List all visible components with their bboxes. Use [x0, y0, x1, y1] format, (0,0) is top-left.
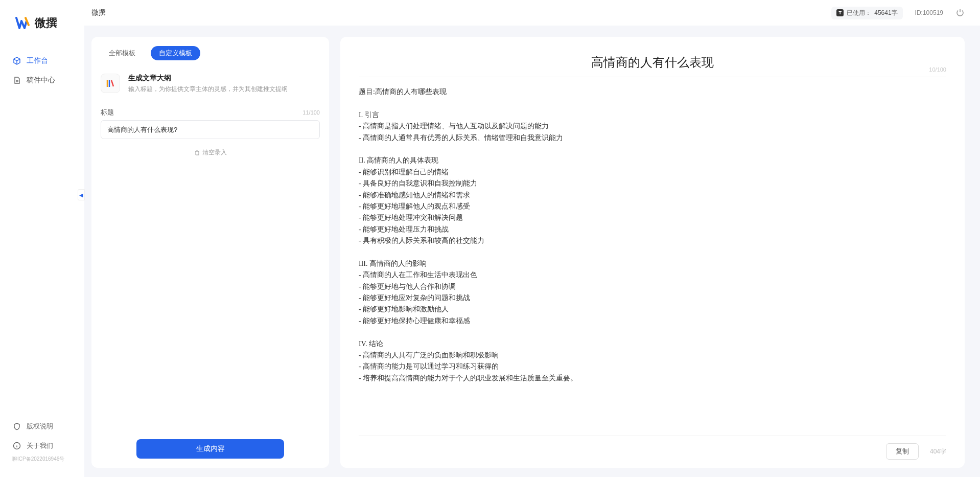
content: 全部模板 自定义模板 生成文章大纲 输入标题，为你提供文章主体的灵感，并为其创建…	[84, 26, 980, 477]
user-id: ID:100519	[915, 9, 943, 16]
template-desc: 输入标题，为你提供文章主体的灵感，并为其创建推文提纲	[128, 85, 288, 94]
form-area: 标题 11/100 清空录入 生成内容	[91, 103, 329, 459]
usage-badge[interactable]: T 已使用： 45641字	[831, 7, 902, 19]
clear-input-button[interactable]: 清空录入	[194, 148, 227, 157]
template-title: 生成文章大纲	[128, 74, 288, 83]
logo-icon	[15, 16, 31, 30]
template-card: 生成文章大纲 输入标题，为你提供文章主体的灵感，并为其创建推文提纲	[91, 69, 329, 103]
tab-custom-templates[interactable]: 自定义模板	[151, 46, 200, 60]
sidebar-item-copyright[interactable]: 版权说明	[0, 417, 84, 436]
info-icon	[12, 441, 21, 450]
main-nav: 工作台 稿件中心	[0, 51, 84, 417]
document-icon	[12, 76, 21, 85]
clear-label: 清空录入	[202, 148, 227, 157]
sidebar-item-label: 关于我们	[27, 441, 53, 450]
title-char-counter: 10/100	[929, 66, 946, 73]
sidebar-item-about[interactable]: 关于我们	[0, 436, 84, 456]
topbar: 微撰 T 已使用： 45641字 ID:100519	[84, 0, 980, 26]
logo: 微撰	[0, 15, 84, 51]
app-root: 微撰 工作台 稿件中心	[0, 0, 980, 477]
form-label-row: 标题 11/100	[101, 108, 320, 117]
sidebar-item-drafts[interactable]: 稿件中心	[0, 71, 84, 90]
template-info: 生成文章大纲 输入标题，为你提供文章主体的灵感，并为其创建推文提纲	[128, 74, 288, 94]
trash-icon	[194, 150, 200, 156]
result-title: 高情商的人有什么表现	[591, 56, 714, 69]
sidebar-collapse-button[interactable]: ◀	[78, 189, 85, 200]
left-panel: 全部模板 自定义模板 生成文章大纲 输入标题，为你提供文章主体的灵感，并为其创建…	[91, 37, 329, 468]
usage-value: 45641字	[874, 9, 897, 17]
tab-all-templates[interactable]: 全部模板	[101, 46, 144, 60]
sidebar-item-label: 稿件中心	[27, 76, 55, 85]
chevron-left-icon: ◀	[79, 192, 83, 198]
main-area: 微撰 T 已使用： 45641字 ID:100519 全部模板 自定义模板	[84, 0, 980, 477]
shield-icon	[12, 422, 21, 431]
sidebar-item-workspace[interactable]: 工作台	[0, 51, 84, 71]
cube-icon	[12, 56, 21, 65]
result-footer: 复制 404字	[359, 436, 946, 460]
template-tabs: 全部模板 自定义模板	[91, 46, 329, 69]
template-icon	[101, 74, 120, 93]
power-icon[interactable]	[955, 8, 965, 17]
page-title: 微撰	[91, 8, 106, 17]
sidebar: 微撰 工作台 稿件中心	[0, 0, 84, 477]
result-body[interactable]: 题目:高情商的人有哪些表现 I. 引言 - 高情商是指人们处理情绪、与他人互动以…	[359, 86, 946, 430]
topbar-right: T 已使用： 45641字 ID:100519	[831, 7, 965, 19]
copy-button[interactable]: 复制	[886, 443, 919, 460]
divider	[359, 77, 946, 77]
char-counter: 11/100	[302, 109, 320, 116]
sidebar-item-label: 版权说明	[27, 422, 53, 431]
sidebar-item-label: 工作台	[27, 56, 48, 65]
title-input[interactable]	[101, 120, 320, 139]
result-panel: 高情商的人有什么表现 10/100 题目:高情商的人有哪些表现 I. 引言 - …	[340, 37, 965, 468]
icp-text: 聊ICP备2022016946号	[0, 456, 84, 467]
usage-label: 已使用：	[847, 9, 871, 17]
word-count: 404字	[930, 447, 946, 456]
result-title-row: 高情商的人有什么表现 10/100	[359, 49, 946, 77]
sidebar-bottom: 版权说明 关于我们 聊ICP备2022016946号	[0, 417, 84, 477]
text-icon: T	[836, 9, 844, 16]
logo-text: 微撰	[35, 15, 57, 31]
generate-button[interactable]: 生成内容	[136, 439, 284, 459]
title-label: 标题	[101, 108, 114, 117]
